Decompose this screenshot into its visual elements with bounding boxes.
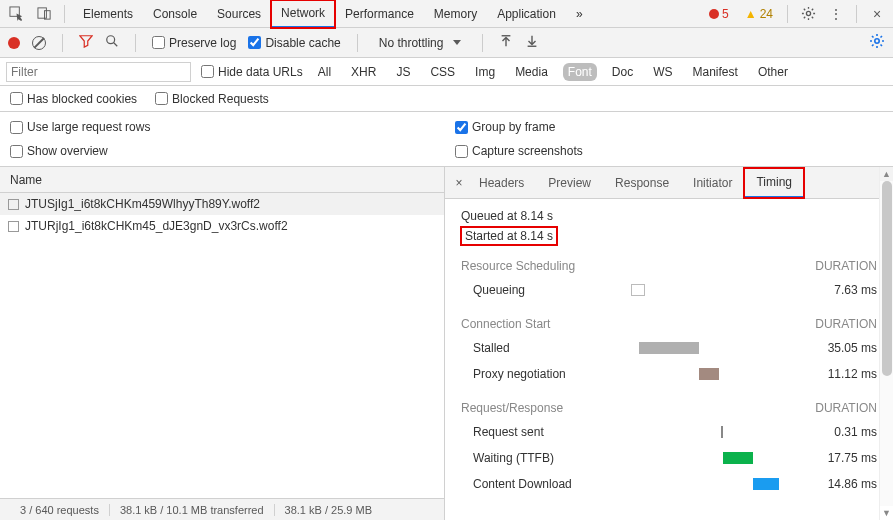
status-transferred: 38.1 kB / 10.1 MB transferred [110,504,275,516]
svg-point-4 [107,36,115,44]
separator [357,34,358,52]
separator [787,5,788,23]
filter-type-doc[interactable]: Doc [607,63,638,81]
scroll-down-icon[interactable]: ▼ [882,506,891,520]
error-icon [709,9,719,19]
download-har-icon[interactable] [525,34,539,51]
filter-input[interactable] [6,62,191,82]
column-header-name[interactable]: Name [0,167,444,193]
warning-count-value: 24 [760,7,773,21]
timing-row-label: Proxy negotiation [461,367,631,381]
timing-bar [723,452,753,464]
show-overview-checkbox[interactable]: Show overview [10,144,435,158]
gear-icon[interactable] [796,2,820,26]
tabs-overflow[interactable]: » [566,1,593,27]
warning-count[interactable]: ▲ 24 [739,7,779,21]
timing-row-label: Waiting (TTFB) [461,451,631,465]
filter-type-img[interactable]: Img [470,63,500,81]
separator [64,5,65,23]
large-rows-label: Use large request rows [27,120,150,134]
tab-memory[interactable]: Memory [424,1,487,27]
svg-rect-1 [37,8,45,18]
kebab-icon[interactable]: ⋮ [824,2,848,26]
detail-tab-initiator[interactable]: Initiator [681,169,744,197]
filter-type-js[interactable]: JS [391,63,415,81]
inspect-icon[interactable] [4,2,28,26]
timing-row-label: Stalled [461,341,631,355]
throttling-select[interactable]: No throttling [374,33,467,53]
filter-type-all[interactable]: All [313,63,336,81]
request-name: JTURjIg1_i6t8kCHKm45_dJE3gnD_vx3rCs.woff… [25,219,288,233]
timing-row: Request sent0.31 ms [461,419,877,445]
panel-tabs: Elements Console Sources Network Perform… [73,0,699,28]
table-row[interactable]: JTUSjIg1_i6t8kCHKm459WlhyyTh89Y.woff2 [0,193,444,215]
timing-section-title: Resource Scheduling [461,259,575,273]
large-rows-checkbox[interactable]: Use large request rows [10,120,435,134]
file-icon [8,221,19,232]
duration-header: DURATION [815,317,877,331]
tab-performance[interactable]: Performance [335,1,424,27]
error-count[interactable]: 5 [703,7,735,21]
request-name: JTUSjIg1_i6t8kCHKm459WlhyyTh89Y.woff2 [25,197,260,211]
timing-row: Proxy negotiation11.12 ms [461,361,877,387]
search-icon[interactable] [105,34,119,51]
svg-point-8 [875,39,879,43]
scroll-up-icon[interactable]: ▲ [882,167,891,181]
scroll-thumb[interactable] [882,181,892,376]
blocked-requests-checkbox[interactable]: Blocked Requests [155,92,269,106]
has-blocked-cookies-checkbox[interactable]: Has blocked cookies [10,92,137,106]
timing-row-value: 11.12 ms [797,367,877,381]
has-blocked-cookies-label: Has blocked cookies [27,92,137,106]
timing-row-value: 7.63 ms [797,283,877,297]
vertical-scrollbar[interactable]: ▲ ▼ [879,167,893,520]
filter-type-css[interactable]: CSS [425,63,460,81]
duration-header: DURATION [815,259,877,273]
settings-gear-icon[interactable] [869,33,885,52]
hide-data-urls-checkbox[interactable]: Hide data URLs [201,65,303,79]
tab-elements[interactable]: Elements [73,1,143,27]
filter-type-other[interactable]: Other [753,63,793,81]
filter-type-xhr[interactable]: XHR [346,63,381,81]
timing-row-value: 17.75 ms [797,451,877,465]
timing-row-value: 14.86 ms [797,477,877,491]
tab-application[interactable]: Application [487,1,566,27]
timing-row-label: Queueing [461,283,631,297]
error-count-value: 5 [722,7,729,21]
detail-tab-timing[interactable]: Timing [744,168,804,198]
warning-icon: ▲ [745,7,757,21]
hide-data-urls-label: Hide data URLs [218,65,303,79]
upload-har-icon[interactable] [499,34,513,51]
filter-type-font[interactable]: Font [563,63,597,81]
chevron-down-icon [453,40,461,45]
disable-cache-checkbox[interactable]: Disable cache [248,36,340,50]
close-icon[interactable]: × [865,2,889,26]
tab-network[interactable]: Network [271,0,335,28]
group-by-frame-checkbox[interactable]: Group by frame [455,120,583,134]
show-overview-label: Show overview [27,144,108,158]
close-details-icon[interactable]: × [451,176,467,190]
timing-section-title: Request/Response [461,401,563,415]
filter-type-ws[interactable]: WS [648,63,677,81]
started-at-label: Started at 8.14 s [461,227,557,245]
device-toggle-icon[interactable] [32,2,56,26]
clear-button[interactable] [32,36,46,50]
filter-toggle-icon[interactable] [79,34,93,51]
preserve-log-checkbox[interactable]: Preserve log [152,36,236,50]
separator [135,34,136,52]
disable-cache-label: Disable cache [265,36,340,50]
timing-bar [699,368,719,380]
tab-sources[interactable]: Sources [207,1,271,27]
capture-screenshots-label: Capture screenshots [472,144,583,158]
filter-type-manifest[interactable]: Manifest [688,63,743,81]
detail-tab-preview[interactable]: Preview [536,169,603,197]
record-button[interactable] [8,37,20,49]
detail-tab-response[interactable]: Response [603,169,681,197]
capture-screenshots-checkbox[interactable]: Capture screenshots [455,144,583,158]
timing-row-label: Request sent [461,425,631,439]
table-row[interactable]: JTURjIg1_i6t8kCHKm45_dJE3gnD_vx3rCs.woff… [0,215,444,237]
tab-console[interactable]: Console [143,1,207,27]
filter-type-media[interactable]: Media [510,63,553,81]
detail-tab-headers[interactable]: Headers [467,169,536,197]
timing-row: Content Download14.86 ms [461,471,877,497]
preserve-log-label: Preserve log [169,36,236,50]
